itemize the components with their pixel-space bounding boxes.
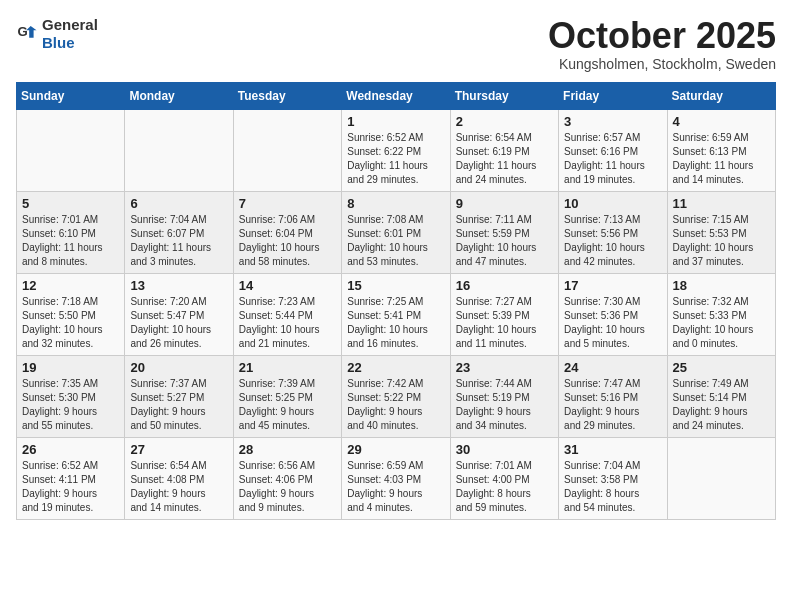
calendar-cell: 29Sunrise: 6:59 AM Sunset: 4:03 PM Dayli… bbox=[342, 437, 450, 519]
day-info: Sunrise: 7:18 AM Sunset: 5:50 PM Dayligh… bbox=[22, 295, 119, 351]
calendar-cell: 11Sunrise: 7:15 AM Sunset: 5:53 PM Dayli… bbox=[667, 191, 775, 273]
calendar-cell bbox=[125, 109, 233, 191]
calendar-week-2: 5Sunrise: 7:01 AM Sunset: 6:10 PM Daylig… bbox=[17, 191, 776, 273]
day-number: 24 bbox=[564, 360, 661, 375]
calendar-cell bbox=[17, 109, 125, 191]
svg-text:G: G bbox=[17, 24, 27, 39]
calendar-cell: 23Sunrise: 7:44 AM Sunset: 5:19 PM Dayli… bbox=[450, 355, 558, 437]
month-title: October 2025 bbox=[548, 16, 776, 56]
day-number: 31 bbox=[564, 442, 661, 457]
day-number: 20 bbox=[130, 360, 227, 375]
day-number: 11 bbox=[673, 196, 770, 211]
day-number: 21 bbox=[239, 360, 336, 375]
day-info: Sunrise: 6:52 AM Sunset: 6:22 PM Dayligh… bbox=[347, 131, 444, 187]
calendar-week-5: 26Sunrise: 6:52 AM Sunset: 4:11 PM Dayli… bbox=[17, 437, 776, 519]
calendar-cell: 5Sunrise: 7:01 AM Sunset: 6:10 PM Daylig… bbox=[17, 191, 125, 273]
day-number: 28 bbox=[239, 442, 336, 457]
calendar-cell: 14Sunrise: 7:23 AM Sunset: 5:44 PM Dayli… bbox=[233, 273, 341, 355]
calendar-cell: 27Sunrise: 6:54 AM Sunset: 4:08 PM Dayli… bbox=[125, 437, 233, 519]
calendar-cell: 12Sunrise: 7:18 AM Sunset: 5:50 PM Dayli… bbox=[17, 273, 125, 355]
day-info: Sunrise: 7:42 AM Sunset: 5:22 PM Dayligh… bbox=[347, 377, 444, 433]
page-header: G General Blue October 2025 Kungsholmen,… bbox=[16, 16, 776, 72]
day-info: Sunrise: 6:57 AM Sunset: 6:16 PM Dayligh… bbox=[564, 131, 661, 187]
calendar-week-3: 12Sunrise: 7:18 AM Sunset: 5:50 PM Dayli… bbox=[17, 273, 776, 355]
day-number: 5 bbox=[22, 196, 119, 211]
day-info: Sunrise: 7:04 AM Sunset: 6:07 PM Dayligh… bbox=[130, 213, 227, 269]
day-info: Sunrise: 7:04 AM Sunset: 3:58 PM Dayligh… bbox=[564, 459, 661, 515]
svg-marker-1 bbox=[26, 26, 36, 38]
location-title: Kungsholmen, Stockholm, Sweden bbox=[548, 56, 776, 72]
day-number: 19 bbox=[22, 360, 119, 375]
day-number: 14 bbox=[239, 278, 336, 293]
day-info: Sunrise: 6:59 AM Sunset: 4:03 PM Dayligh… bbox=[347, 459, 444, 515]
logo-blue: Blue bbox=[42, 34, 75, 51]
day-header-friday: Friday bbox=[559, 82, 667, 109]
day-info: Sunrise: 7:23 AM Sunset: 5:44 PM Dayligh… bbox=[239, 295, 336, 351]
calendar-cell: 31Sunrise: 7:04 AM Sunset: 3:58 PM Dayli… bbox=[559, 437, 667, 519]
day-number: 29 bbox=[347, 442, 444, 457]
day-info: Sunrise: 7:37 AM Sunset: 5:27 PM Dayligh… bbox=[130, 377, 227, 433]
day-info: Sunrise: 7:08 AM Sunset: 6:01 PM Dayligh… bbox=[347, 213, 444, 269]
logo-general: General bbox=[42, 16, 98, 33]
day-number: 3 bbox=[564, 114, 661, 129]
day-info: Sunrise: 7:13 AM Sunset: 5:56 PM Dayligh… bbox=[564, 213, 661, 269]
day-info: Sunrise: 6:52 AM Sunset: 4:11 PM Dayligh… bbox=[22, 459, 119, 515]
day-number: 13 bbox=[130, 278, 227, 293]
day-info: Sunrise: 7:01 AM Sunset: 4:00 PM Dayligh… bbox=[456, 459, 553, 515]
day-info: Sunrise: 7:25 AM Sunset: 5:41 PM Dayligh… bbox=[347, 295, 444, 351]
day-number: 10 bbox=[564, 196, 661, 211]
day-number: 22 bbox=[347, 360, 444, 375]
calendar-cell: 26Sunrise: 6:52 AM Sunset: 4:11 PM Dayli… bbox=[17, 437, 125, 519]
day-number: 26 bbox=[22, 442, 119, 457]
day-number: 30 bbox=[456, 442, 553, 457]
day-header-wednesday: Wednesday bbox=[342, 82, 450, 109]
logo-icon: G bbox=[16, 23, 38, 45]
calendar-cell: 13Sunrise: 7:20 AM Sunset: 5:47 PM Dayli… bbox=[125, 273, 233, 355]
day-number: 4 bbox=[673, 114, 770, 129]
calendar-cell: 30Sunrise: 7:01 AM Sunset: 4:00 PM Dayli… bbox=[450, 437, 558, 519]
calendar-week-4: 19Sunrise: 7:35 AM Sunset: 5:30 PM Dayli… bbox=[17, 355, 776, 437]
calendar-table: SundayMondayTuesdayWednesdayThursdayFrid… bbox=[16, 82, 776, 520]
calendar-cell: 1Sunrise: 6:52 AM Sunset: 6:22 PM Daylig… bbox=[342, 109, 450, 191]
day-number: 6 bbox=[130, 196, 227, 211]
calendar-cell: 8Sunrise: 7:08 AM Sunset: 6:01 PM Daylig… bbox=[342, 191, 450, 273]
calendar-cell: 10Sunrise: 7:13 AM Sunset: 5:56 PM Dayli… bbox=[559, 191, 667, 273]
calendar-cell: 24Sunrise: 7:47 AM Sunset: 5:16 PM Dayli… bbox=[559, 355, 667, 437]
day-number: 15 bbox=[347, 278, 444, 293]
day-info: Sunrise: 7:32 AM Sunset: 5:33 PM Dayligh… bbox=[673, 295, 770, 351]
day-info: Sunrise: 7:15 AM Sunset: 5:53 PM Dayligh… bbox=[673, 213, 770, 269]
day-info: Sunrise: 6:54 AM Sunset: 6:19 PM Dayligh… bbox=[456, 131, 553, 187]
day-header-thursday: Thursday bbox=[450, 82, 558, 109]
calendar-cell bbox=[233, 109, 341, 191]
day-info: Sunrise: 7:27 AM Sunset: 5:39 PM Dayligh… bbox=[456, 295, 553, 351]
calendar-cell: 9Sunrise: 7:11 AM Sunset: 5:59 PM Daylig… bbox=[450, 191, 558, 273]
day-info: Sunrise: 6:54 AM Sunset: 4:08 PM Dayligh… bbox=[130, 459, 227, 515]
calendar-cell: 28Sunrise: 6:56 AM Sunset: 4:06 PM Dayli… bbox=[233, 437, 341, 519]
day-number: 23 bbox=[456, 360, 553, 375]
day-info: Sunrise: 6:59 AM Sunset: 6:13 PM Dayligh… bbox=[673, 131, 770, 187]
calendar-week-1: 1Sunrise: 6:52 AM Sunset: 6:22 PM Daylig… bbox=[17, 109, 776, 191]
day-info: Sunrise: 7:20 AM Sunset: 5:47 PM Dayligh… bbox=[130, 295, 227, 351]
calendar-cell: 18Sunrise: 7:32 AM Sunset: 5:33 PM Dayli… bbox=[667, 273, 775, 355]
day-number: 16 bbox=[456, 278, 553, 293]
calendar-cell: 21Sunrise: 7:39 AM Sunset: 5:25 PM Dayli… bbox=[233, 355, 341, 437]
day-info: Sunrise: 7:11 AM Sunset: 5:59 PM Dayligh… bbox=[456, 213, 553, 269]
logo: G General Blue bbox=[16, 16, 98, 52]
day-header-saturday: Saturday bbox=[667, 82, 775, 109]
day-number: 1 bbox=[347, 114, 444, 129]
day-number: 18 bbox=[673, 278, 770, 293]
calendar-cell: 17Sunrise: 7:30 AM Sunset: 5:36 PM Dayli… bbox=[559, 273, 667, 355]
day-number: 9 bbox=[456, 196, 553, 211]
day-info: Sunrise: 7:35 AM Sunset: 5:30 PM Dayligh… bbox=[22, 377, 119, 433]
calendar-cell: 15Sunrise: 7:25 AM Sunset: 5:41 PM Dayli… bbox=[342, 273, 450, 355]
day-info: Sunrise: 7:44 AM Sunset: 5:19 PM Dayligh… bbox=[456, 377, 553, 433]
day-number: 25 bbox=[673, 360, 770, 375]
day-info: Sunrise: 7:49 AM Sunset: 5:14 PM Dayligh… bbox=[673, 377, 770, 433]
day-info: Sunrise: 7:47 AM Sunset: 5:16 PM Dayligh… bbox=[564, 377, 661, 433]
day-info: Sunrise: 7:30 AM Sunset: 5:36 PM Dayligh… bbox=[564, 295, 661, 351]
day-number: 7 bbox=[239, 196, 336, 211]
day-number: 12 bbox=[22, 278, 119, 293]
day-info: Sunrise: 7:39 AM Sunset: 5:25 PM Dayligh… bbox=[239, 377, 336, 433]
day-header-sunday: Sunday bbox=[17, 82, 125, 109]
calendar-cell: 2Sunrise: 6:54 AM Sunset: 6:19 PM Daylig… bbox=[450, 109, 558, 191]
